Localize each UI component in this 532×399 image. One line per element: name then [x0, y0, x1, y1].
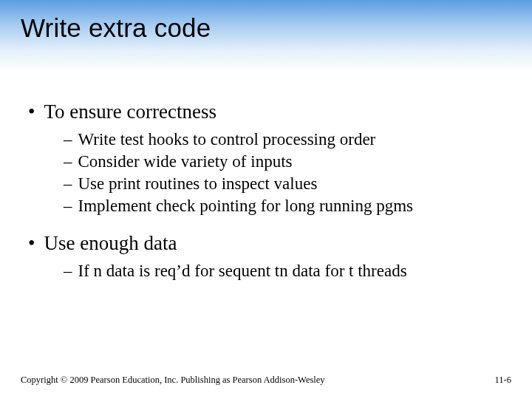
- sub-bullet-item: – Use print routines to inspect values: [64, 173, 510, 195]
- copyright-text: Copyright © 2009 Pearson Education, Inc.…: [21, 375, 325, 386]
- sub-bullet-item: – Implement check pointing for long runn…: [64, 195, 510, 217]
- sub-bullet-item: – If n data is req’d for sequent tn data…: [64, 260, 510, 282]
- dash-icon: –: [64, 173, 72, 195]
- sub-bullet-text: Write test hooks to control processing o…: [78, 129, 376, 151]
- bullet-text: Use enough data: [44, 231, 177, 256]
- header-band: Write extra code: [0, 0, 532, 72]
- bullet-text: To ensure correctness: [44, 99, 216, 124]
- bullet-item: • Use enough data: [28, 231, 510, 256]
- sub-bullet-item: – Write test hooks to control processing…: [64, 129, 510, 151]
- slide-title: Write extra code: [21, 13, 532, 43]
- bullet-dot-icon: •: [28, 99, 35, 124]
- dash-icon: –: [64, 195, 72, 217]
- dash-icon: –: [64, 260, 72, 282]
- page-number: 11-6: [495, 375, 511, 386]
- sub-bullet-text: Use print routines to inspect values: [78, 173, 318, 195]
- dash-icon: –: [64, 151, 72, 173]
- bullet-item: • To ensure correctness: [28, 99, 510, 124]
- footer: Copyright © 2009 Pearson Education, Inc.…: [0, 375, 532, 386]
- slide-content: • To ensure correctness – Write test hoo…: [0, 72, 532, 282]
- sub-bullet-text: Implement check pointing for long runnin…: [78, 195, 414, 217]
- sub-bullet-list: – Write test hooks to control processing…: [64, 129, 510, 217]
- bullet-dot-icon: •: [28, 231, 35, 256]
- sub-bullet-list: – If n data is req’d for sequent tn data…: [64, 260, 510, 282]
- sub-bullet-text: If n data is req’d for sequent tn data f…: [78, 260, 407, 282]
- dash-icon: –: [64, 129, 72, 151]
- sub-bullet-text: Consider wide variety of inputs: [78, 151, 293, 173]
- sub-bullet-item: – Consider wide variety of inputs: [64, 151, 510, 173]
